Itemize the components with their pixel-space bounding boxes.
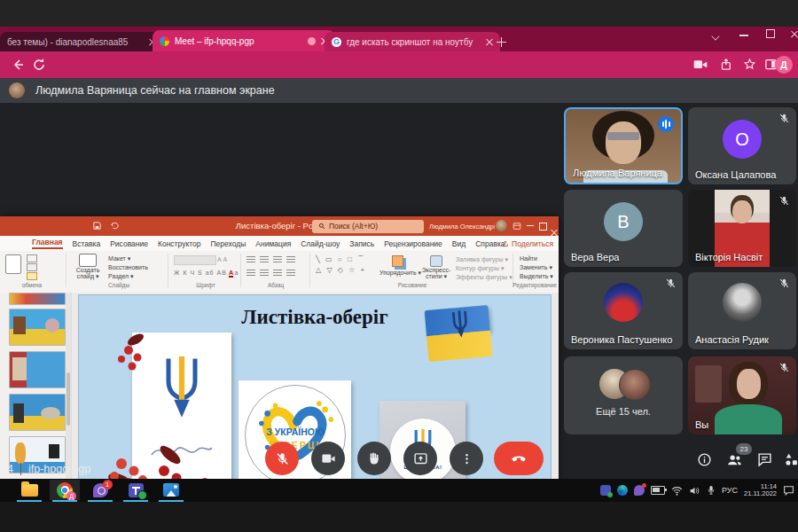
ppt-account-avatar[interactable] bbox=[496, 220, 507, 231]
shapes-gallery-row2[interactable]: △ ▽ ◇ ☆ + bbox=[316, 266, 366, 274]
participant-tile-anastasia[interactable]: Анастасія Рудик bbox=[688, 272, 796, 349]
ribbon-options-icon[interactable] bbox=[512, 222, 521, 231]
mic-off-icon bbox=[778, 195, 790, 207]
tray-teams-icon[interactable] bbox=[600, 485, 611, 496]
participant-tile-vera[interactable]: В Вера Вера bbox=[564, 190, 683, 267]
tab-close-icon[interactable] bbox=[486, 38, 493, 45]
chat-panel-button[interactable] bbox=[754, 449, 775, 470]
ribbon-tab-help[interactable]: Справка bbox=[475, 239, 505, 248]
slide-thumbnail[interactable] bbox=[9, 293, 66, 305]
tray-mic-icon[interactable] bbox=[707, 485, 716, 496]
wifi-icon[interactable] bbox=[671, 486, 683, 496]
window-maximize-button[interactable] bbox=[766, 29, 775, 38]
ppt-share-button[interactable]: Поделиться bbox=[502, 239, 553, 248]
clock[interactable]: 11:14 21.11.2022 bbox=[744, 483, 777, 498]
participant-tile-self[interactable]: Вы bbox=[688, 356, 796, 434]
share-icon[interactable] bbox=[720, 58, 733, 71]
new-slide-button[interactable]: Создать слайд ▾ bbox=[74, 254, 101, 280]
ribbon-tab-transitions[interactable]: Переходы bbox=[210, 239, 246, 248]
raise-hand-button[interactable] bbox=[357, 442, 391, 475]
slide-thumbnail[interactable] bbox=[9, 309, 66, 346]
participants-panel-button[interactable]: 23 bbox=[724, 449, 745, 470]
camera-toggle-button[interactable] bbox=[311, 442, 345, 475]
participant-tile-overflow[interactable]: Ещё 15 чел. bbox=[564, 356, 683, 434]
section-button[interactable]: Раздел ▾ bbox=[108, 273, 134, 280]
ribbon-tab-insert[interactable]: Вставка bbox=[73, 239, 101, 248]
quick-styles-button[interactable]: Экспресс- стили ▾ bbox=[420, 255, 452, 280]
reload-icon[interactable] bbox=[32, 58, 46, 72]
browser-toolbar: meet.google.com/ifp-hpqq-pgp Д bbox=[0, 51, 798, 78]
shapes-gallery-row1[interactable]: ╲ ▭ ○ □ ⌒ bbox=[316, 255, 366, 263]
ribbon-tab-review[interactable]: Рецензирование bbox=[384, 239, 442, 248]
format-painter-icon[interactable] bbox=[27, 272, 37, 280]
ppt-minimize-button[interactable] bbox=[527, 225, 534, 226]
taskbar-chrome[interactable]: Д bbox=[50, 480, 80, 500]
paste-icon[interactable] bbox=[5, 254, 21, 274]
arrange-button[interactable]: Упорядочить ▾ bbox=[379, 255, 415, 277]
participant-tile-ludmila[interactable]: Людмила Варяница bbox=[564, 107, 683, 184]
tray-edge-icon[interactable] bbox=[617, 485, 628, 496]
window-close-button[interactable] bbox=[791, 30, 798, 37]
ppt-account-name[interactable]: Людмила Олександрівна Варяниця bbox=[429, 223, 495, 231]
select-button[interactable]: Выделить ▾ bbox=[520, 273, 553, 280]
profile-chevron-icon[interactable] bbox=[711, 30, 722, 41]
shape-effects-button[interactable]: Эффекты фигуры ▾ bbox=[456, 274, 512, 281]
bookmark-star-icon[interactable] bbox=[743, 58, 756, 71]
ribbon-tab-home[interactable]: Главная bbox=[32, 238, 63, 249]
browser-profile-avatar[interactable]: Д bbox=[775, 56, 793, 74]
language-indicator[interactable]: РУС bbox=[722, 486, 738, 495]
slide-thumbnail[interactable] bbox=[9, 394, 66, 431]
meeting-details-button[interactable] bbox=[693, 449, 715, 470]
present-screen-button[interactable] bbox=[403, 442, 437, 475]
find-button[interactable]: Найти bbox=[520, 255, 537, 262]
layout-button[interactable]: Макет ▾ bbox=[108, 255, 130, 262]
more-options-button[interactable] bbox=[450, 442, 483, 475]
participant-tile-oksana[interactable]: О Оксана Цалапова bbox=[688, 107, 796, 184]
ppt-close-button[interactable] bbox=[551, 229, 558, 236]
ribbon-tab-view[interactable]: Вид bbox=[452, 239, 466, 248]
speaking-indicator-icon bbox=[658, 116, 674, 132]
end-call-button[interactable] bbox=[494, 442, 544, 475]
mic-toggle-button[interactable] bbox=[265, 442, 299, 475]
action-center-icon[interactable] bbox=[783, 485, 794, 496]
font-size-buttons[interactable]: А А bbox=[217, 256, 227, 262]
slide-thumbnail[interactable] bbox=[9, 351, 66, 388]
save-icon[interactable] bbox=[92, 221, 102, 231]
taskbar-photos[interactable] bbox=[156, 480, 186, 500]
ribbon-tab-draw[interactable]: Рисование bbox=[110, 239, 148, 248]
taskbar-teams[interactable] bbox=[121, 480, 151, 500]
paragraph-buttons-row1[interactable] bbox=[246, 256, 295, 263]
ribbon-tab-slideshow[interactable]: Слайд-шоу bbox=[301, 239, 340, 248]
cut-icon[interactable] bbox=[27, 254, 37, 262]
ribbon-tab-record[interactable]: Запись bbox=[349, 239, 374, 248]
participant-tile-viktoria[interactable]: Вікторія Насвіт bbox=[688, 190, 796, 267]
browser-tab-1[interactable]: без темы) - dianapodlesnaa85 bbox=[0, 32, 163, 51]
taskbar-file-explorer[interactable] bbox=[14, 480, 44, 500]
shape-outline-button[interactable]: Контур фигуры ▾ bbox=[456, 265, 504, 272]
ribbon-tab-design[interactable]: Конструктор bbox=[158, 239, 200, 248]
paragraph-buttons-row2[interactable] bbox=[246, 270, 295, 277]
copy-icon[interactable] bbox=[27, 263, 37, 271]
browser-tab-3[interactable]: G где искать скриншот на ноутбу bbox=[325, 32, 500, 51]
replace-button[interactable]: Заменить ▾ bbox=[520, 264, 552, 271]
font-name-box[interactable] bbox=[174, 255, 216, 265]
media-indicator-icon bbox=[308, 37, 316, 45]
back-icon[interactable] bbox=[11, 58, 25, 72]
camera-in-use-icon[interactable] bbox=[693, 59, 708, 71]
battery-icon[interactable] bbox=[651, 486, 665, 495]
participant-tile-veronika[interactable]: Вероника Пастушенко bbox=[564, 272, 683, 349]
tray-viber-icon[interactable] bbox=[634, 485, 645, 496]
new-tab-button[interactable] bbox=[497, 37, 506, 47]
ppt-restore-button[interactable] bbox=[539, 223, 547, 231]
font-color-button[interactable]: А bbox=[229, 270, 233, 278]
taskbar-viber[interactable]: 1 bbox=[85, 480, 115, 500]
undo-icon[interactable] bbox=[110, 221, 120, 231]
ppt-search-box[interactable]: Поиск (Alt+Ю) bbox=[312, 220, 424, 233]
shape-fill-button[interactable]: Заливка фигуры ▾ bbox=[456, 256, 508, 263]
reset-button[interactable]: Восстановить bbox=[108, 264, 148, 270]
activities-button[interactable] bbox=[780, 449, 798, 470]
ribbon-tab-animations[interactable]: Анимация bbox=[255, 239, 291, 248]
window-minimize-button[interactable] bbox=[739, 35, 748, 36]
browser-tab-2-active[interactable]: Meet – ifp-hpqq-pgp bbox=[153, 30, 335, 51]
volume-icon[interactable] bbox=[689, 486, 700, 496]
